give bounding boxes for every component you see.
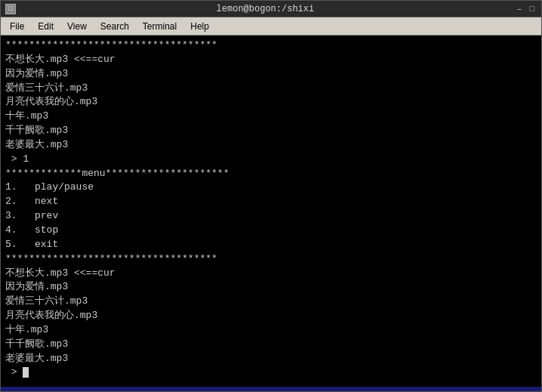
terminal-line: 5. exit	[5, 238, 537, 252]
terminal-window: □ lemon@bogon:/shixi – □ File Edit View …	[0, 0, 542, 392]
terminal-prompt: >	[5, 366, 23, 378]
title-bar-left: □	[5, 4, 16, 14]
menu-bar: File Edit View Search Terminal Help	[1, 17, 541, 35]
terminal-line: >	[5, 366, 537, 380]
window-icon: □	[5, 4, 16, 14]
menu-terminal[interactable]: Terminal	[137, 20, 183, 33]
terminal-line: 2. next	[5, 195, 537, 209]
minimize-button[interactable]: –	[515, 5, 525, 14]
menu-edit[interactable]: Edit	[32, 20, 60, 33]
terminal-line: > 1	[5, 153, 537, 167]
terminal-line: 十年.mp3	[5, 110, 537, 124]
menu-help[interactable]: Help	[184, 20, 215, 33]
terminal-line: 十年.mp3	[5, 323, 537, 338]
terminal-line: *************menu*********************	[5, 167, 537, 181]
terminal-line: 千千阙歌.mp3	[5, 124, 537, 138]
menu-search[interactable]: Search	[94, 20, 135, 33]
menu-file[interactable]: File	[4, 20, 30, 33]
terminal-line: 4. stop	[5, 224, 537, 238]
terminal-line: 老婆最大.mp3	[5, 138, 537, 153]
terminal-line: 3. prev	[5, 209, 537, 224]
window-title: lemon@bogon:/shixi	[16, 4, 515, 14]
maximize-button[interactable]: □	[527, 5, 537, 14]
terminal-body[interactable]: ************************************不想长大…	[1, 35, 541, 387]
terminal-line: 1. play/pause	[5, 181, 537, 195]
terminal-line: 老婆最大.mp3	[5, 352, 537, 366]
menu-view[interactable]: View	[61, 20, 93, 33]
bottom-bar	[1, 387, 541, 391]
terminal-line: 不想长大.mp3 <<==cur	[5, 267, 537, 281]
terminal-line: ************************************	[5, 252, 537, 267]
title-bar: □ lemon@bogon:/shixi – □	[1, 1, 541, 17]
terminal-line: 因为爱情.mp3	[5, 67, 537, 82]
terminal-line: 因为爱情.mp3	[5, 280, 537, 295]
cursor	[23, 367, 29, 378]
terminal-line: 爱情三十六计.mp3	[5, 82, 537, 96]
terminal-line: 爱情三十六计.mp3	[5, 295, 537, 309]
terminal-line: 月亮代表我的心.mp3	[5, 309, 537, 323]
terminal-line: ************************************	[5, 39, 537, 53]
terminal-line: 不想长大.mp3 <<==cur	[5, 53, 537, 67]
terminal-line: 千千阙歌.mp3	[5, 338, 537, 352]
terminal-line: 月亮代表我的心.mp3	[5, 95, 537, 110]
title-bar-controls: – □	[515, 5, 537, 14]
